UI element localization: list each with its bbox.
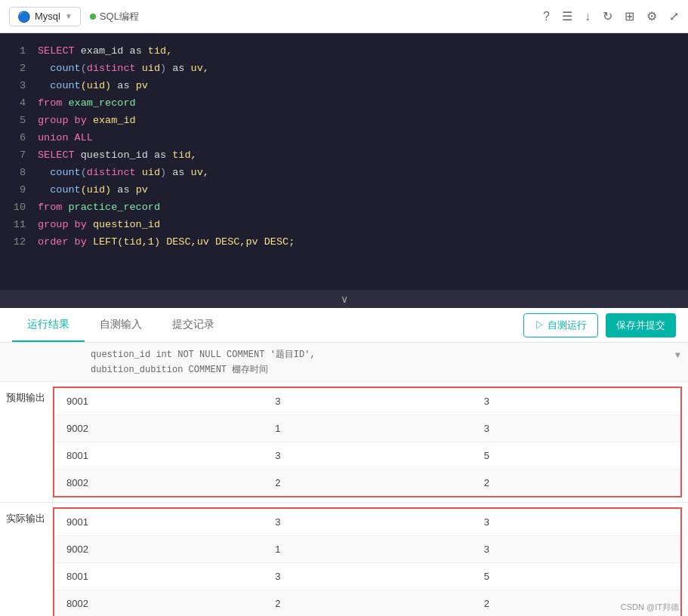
self-test-run-button[interactable]: ▷ 自测运行 [523,313,598,337]
table-cell: 3 [263,442,471,470]
tab-self-test-input[interactable]: 自测输入 [85,309,157,342]
code-line-8: 8 count(distinct uid) as uv, [12,164,676,181]
table-cell: 3 [472,536,680,563]
table-row: 800222 [54,470,680,497]
table-row: 900213 [54,536,680,563]
table-row: 900133 [54,509,680,536]
code-editor[interactable]: 1 SELECT exam_id as tid, 2 count(distinc… [0,33,688,290]
tab-status-dot [90,14,96,20]
grid-icon[interactable]: ⊞ [625,9,634,23]
table-cell: 8002 [54,470,263,497]
table-cell: 8001 [54,442,263,470]
table-cell: 3 [263,509,471,536]
code-line-5: 5 group by exam_id [12,112,676,129]
table-cell: 1 [263,415,471,442]
table-cell: 9002 [54,415,263,442]
table-cell: 3 [263,563,471,590]
table-cell: 3 [472,388,680,415]
code-line-6: 6 union ALL [12,129,676,146]
schema-hint: question_id int NOT NULL COMMENT '题目ID',… [0,343,688,382]
table-row: 900213 [54,415,680,442]
db-icon: 🔵 [17,11,30,23]
table-cell: 3 [472,509,680,536]
tab-submit-history[interactable]: 提交记录 [157,309,230,342]
actual-output-table: 900133900213800135800222 [54,509,680,616]
table-row: 800222 [54,590,680,617]
table-cell: 9001 [54,388,263,415]
actual-output-label: 实际输出 [0,503,53,616]
chevron-down-icon: ▼ [65,12,73,20]
code-line-12: 12 order by LEFT(tid,1) DESC,uv DESC,pv … [12,233,676,251]
code-line-1: 1 SELECT exam_id as tid, [12,42,676,60]
db-name-label: Mysql [35,11,60,22]
collapse-bar[interactable]: ∨ [0,290,688,308]
table-cell: 1 [263,536,471,563]
list-icon[interactable]: ☰ [562,9,572,23]
results-area: question_id int NOT NULL COMMENT '题目ID',… [0,343,688,616]
code-line-11: 11 group by question_id [12,216,676,233]
footer-text: CSDN @IT邦德 [621,602,679,611]
chevron-down-icon: ∨ [341,293,348,305]
tabs-bar: 运行结果 自测输入 提交记录 ▷ 自测运行 保存并提交 [0,308,688,343]
expected-output-table-wrapper: 900133900213800135800222 [53,387,682,497]
table-cell: 3 [472,415,680,442]
expected-output-table: 900133900213800135800222 [54,388,680,496]
code-line-4: 4 from exam_record [12,94,676,112]
code-line-10: 10 from practice_record [12,199,676,216]
table-cell: 2 [472,470,680,497]
actual-output-table-wrapper: 900133900213800135800222 [53,507,682,616]
table-cell: 8002 [54,590,263,617]
schema-expand-icon[interactable]: ▼ [675,350,680,361]
tabs-right: ▷ 自测运行 保存并提交 [523,313,676,337]
tabs-left: 运行结果 自测输入 提交记录 [12,309,230,342]
expected-output-label: 预期输出 [0,382,53,502]
table-cell: 9002 [54,536,263,563]
toolbar-right: ? ☰ ↓ ↻ ⊞ ⚙ ⤢ [543,9,679,23]
save-submit-button[interactable]: 保存并提交 [606,313,676,337]
table-cell: 5 [472,442,680,470]
settings-icon[interactable]: ⚙ [646,9,657,23]
table-cell: 5 [472,563,680,590]
code-line-9: 9 count(uid) as pv [12,181,676,199]
table-cell: 3 [263,388,471,415]
expected-output-section: 预期输出 900133900213800135800222 [0,382,688,503]
sql-tab-label: SQL编程 [100,10,139,23]
table-row: 800135 [54,563,680,590]
tab-run-results[interactable]: 运行结果 [12,309,85,342]
db-selector[interactable]: 🔵 Mysql ▼ [9,7,81,26]
code-line-2: 2 count(distinct uid) as uv, [12,60,676,77]
sql-tab[interactable]: SQL编程 [90,10,139,23]
footer: CSDN @IT邦德 [612,599,688,616]
actual-output-section: 实际输出 900133900213800135800222 [0,503,688,616]
table-row: 900133 [54,388,680,415]
expand-icon[interactable]: ⤢ [669,9,679,23]
toolbar-left: 🔵 Mysql ▼ SQL编程 [9,7,139,26]
schema-hint-line2: dubition_dubition COMMENT 棚存时间 [91,362,676,377]
table-row: 800135 [54,442,680,470]
code-line-3: 3 count(uid) as pv [12,77,676,94]
help-icon[interactable]: ? [543,10,550,23]
table-cell: 2 [263,470,471,497]
code-line-7: 7 SELECT question_id as tid, [12,146,676,164]
table-cell: 8001 [54,563,263,590]
table-cell: 2 [263,590,471,617]
download-icon[interactable]: ↓ [585,10,591,23]
schema-hint-line1: question_id int NOT NULL COMMENT '题目ID', [91,347,676,362]
refresh-icon[interactable]: ↻ [603,9,612,23]
table-cell: 9001 [54,509,263,536]
toolbar: 🔵 Mysql ▼ SQL编程 ? ☰ ↓ ↻ ⊞ ⚙ ⤢ [0,0,688,33]
